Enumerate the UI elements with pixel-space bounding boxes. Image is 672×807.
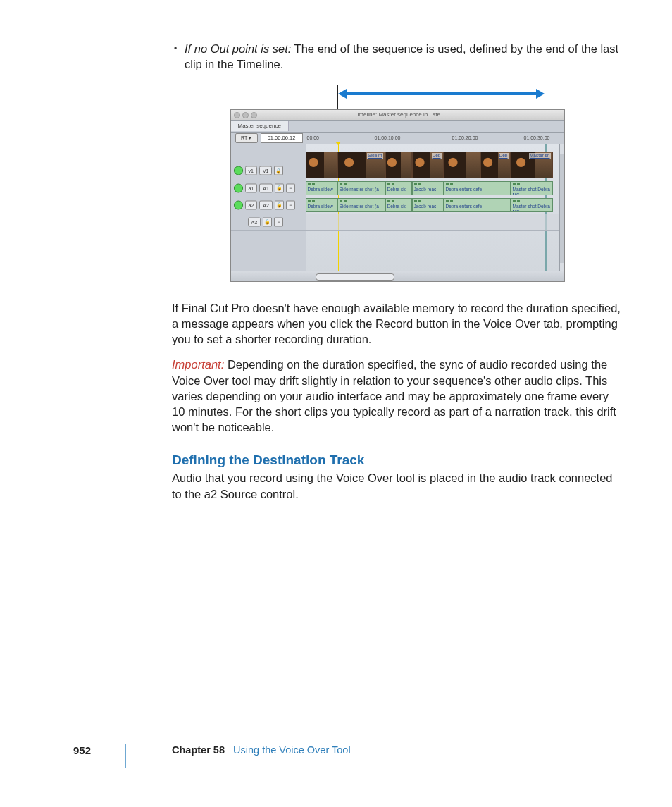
footer-title: Using the Voice Over Tool — [233, 744, 351, 756]
window-titlebar: Timeline: Master sequence in Lafe — [231, 110, 564, 121]
horizontal-scrollbar[interactable] — [316, 273, 394, 281]
bullet-dot: • — [172, 41, 179, 73]
ruler-tick: 00:00 — [307, 135, 320, 141]
footer-chapter: Chapter 58 — [172, 744, 225, 756]
video-clip[interactable] — [306, 152, 337, 178]
dest-V1[interactable]: V1 — [259, 166, 273, 175]
traffic-lights — [234, 112, 257, 118]
video-clip[interactable]: Side m — [337, 152, 385, 178]
video-clip[interactable]: Deb — [412, 152, 444, 178]
toggle-icon[interactable]: ≡ — [274, 217, 283, 226]
page-content: • If no Out point is set: The end of the… — [172, 41, 623, 512]
bullet-body: If no Out point is set: The end of the s… — [185, 41, 623, 73]
range-arrow — [230, 85, 565, 109]
sequence-tabbar: Master sequence — [231, 121, 564, 133]
lock-icon[interactable]: 🔒 — [275, 200, 284, 209]
source-a2[interactable]: a2 — [245, 200, 258, 209]
timeline-canvas[interactable]: Side m Deb Deb Master sh Debra sidew Sid… — [306, 144, 560, 273]
dest-A3[interactable]: A3 — [248, 217, 261, 226]
audio-clip[interactable]: Master shot Debra MS — [511, 181, 553, 195]
rt-button[interactable]: RT ▾ — [235, 133, 258, 143]
ruler-tick: 01:00:20:00 — [452, 135, 478, 141]
bottom-toolbar — [231, 271, 564, 281]
ruler-bar: RT ▾ 01:00:06:12 00:00 01:00:10:00 01:00… — [231, 133, 564, 144]
bullet-item: • If no Out point is set: The end of the… — [172, 41, 623, 73]
tracks-area: v1 V1 🔒 a1 A1 🔒 ≡ — [231, 144, 564, 273]
audio-clip[interactable]: Master shot Debra MS — [511, 198, 553, 212]
ruler-tick: 01:00:10:00 — [375, 135, 401, 141]
audio-clip[interactable]: Jacob reac — [412, 181, 444, 195]
important-body: Depending on the duration specified, the… — [172, 358, 616, 433]
video-clip[interactable]: Deb — [480, 152, 511, 178]
audio-clip[interactable]: Jacob reac — [412, 198, 444, 212]
sequence-tab[interactable]: Master sequence — [231, 121, 289, 131]
page-number: 952 — [73, 744, 91, 758]
audio-clip[interactable]: Side master shot (a — [337, 198, 385, 212]
audio-track-row: Debra sidew Side master shot (a Debra si… — [306, 180, 559, 197]
audio-track-row: Debra sidew Side master shot (a Debra si… — [306, 197, 559, 214]
audio-clip[interactable]: Debra sid — [385, 198, 412, 212]
audio-clip[interactable]: Debra sidew — [306, 198, 337, 212]
footer-divider — [125, 744, 126, 768]
audio-clip[interactable]: Debra enters cafe — [444, 198, 511, 212]
lock-icon[interactable]: 🔒 — [274, 166, 283, 175]
video-clip[interactable] — [444, 152, 480, 178]
lock-icon[interactable]: 🔒 — [275, 183, 284, 192]
enable-dot[interactable] — [234, 200, 243, 209]
paragraph-memory: If Final Cut Pro doesn't have enough ava… — [172, 300, 623, 347]
video-clip[interactable]: Master sh — [511, 152, 553, 178]
enable-dot[interactable] — [234, 166, 243, 175]
vertical-scrollbar[interactable] — [559, 154, 564, 263]
audio-clip[interactable]: Debra sidew — [306, 181, 337, 195]
section-body: Audio that you record using the Voice Ov… — [172, 470, 623, 502]
dest-A1[interactable]: A1 — [259, 183, 273, 192]
source-a1[interactable]: a1 — [245, 183, 258, 192]
source-v1[interactable]: v1 — [245, 166, 257, 175]
timeline-screenshot: Timeline: Master sequence in Lafe Master… — [230, 109, 565, 282]
bullet-label: If no Out point is set: — [185, 42, 291, 55]
enable-dot[interactable] — [234, 183, 243, 192]
video-clip[interactable] — [385, 152, 412, 178]
paragraph-important: Important: Depending on the duration spe… — [172, 357, 623, 435]
ruler-area[interactable]: 00:00 01:00:10:00 01:00:20:00 01:00:30:0… — [306, 133, 560, 144]
toggle-icon[interactable]: ≡ — [286, 200, 295, 209]
audio-clip[interactable]: Side master shot (a — [337, 181, 385, 195]
lock-icon[interactable]: 🔒 — [263, 217, 272, 226]
window-title: Timeline: Master sequence in Lafe — [354, 111, 440, 118]
important-label: Important: — [172, 358, 224, 371]
audio-track-row-empty — [306, 214, 559, 231]
track-headers: v1 V1 🔒 a1 A1 🔒 ≡ — [231, 144, 306, 273]
figure: Timeline: Master sequence in Lafe Master… — [230, 85, 565, 282]
current-timecode[interactable]: 01:00:06:12 — [261, 133, 303, 143]
dest-A2[interactable]: A2 — [259, 200, 273, 209]
ruler-tick: 01:00:30:00 — [524, 135, 550, 141]
audio-clip[interactable]: Debra sid — [385, 181, 412, 195]
toggle-icon[interactable]: ≡ — [286, 183, 295, 192]
footer-text: Chapter 58 Using the Voice Over Tool — [172, 744, 351, 758]
video-track-row: Side m Deb Deb Master sh — [306, 150, 559, 180]
audio-clip[interactable]: Debra enters cafe — [444, 181, 511, 195]
section-heading: Defining the Destination Track — [172, 451, 623, 469]
